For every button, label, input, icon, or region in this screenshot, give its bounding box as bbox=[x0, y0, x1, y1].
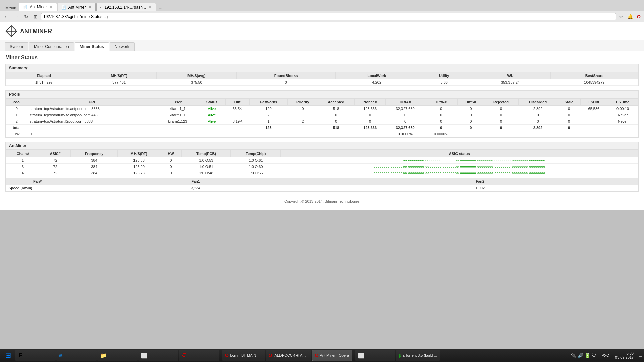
pool-diffs: 0 bbox=[458, 112, 484, 118]
tab-network[interactable]: Network bbox=[110, 42, 135, 51]
pool-stale: 0 bbox=[557, 125, 581, 131]
pool-user bbox=[157, 125, 198, 131]
pool-num: 0 bbox=[6, 106, 28, 112]
pool-url: stratum+tcp://stratum-ltc.antpool.com:88… bbox=[28, 106, 157, 112]
freq-val: 384 bbox=[71, 164, 118, 170]
wu-value: 353,387.24 bbox=[470, 79, 550, 86]
pool-lsdiff: 65,536 bbox=[580, 106, 607, 112]
col-pool: Pool bbox=[6, 99, 28, 106]
asic-status-val: oooooooo oooooooo oooooooo oooooooo oooo… bbox=[281, 164, 638, 170]
taskbar-item-opera1[interactable]: O login - BITMAIN - ... bbox=[222, 350, 265, 361]
taskbar-item-app2[interactable]: ⬜ bbox=[355, 350, 395, 361]
hw-val: 0 bbox=[160, 157, 182, 164]
pool-diffr: 0 bbox=[425, 106, 458, 112]
pool-stale: 0 bbox=[557, 112, 581, 118]
pool-user: kifarm1_1 bbox=[157, 112, 198, 118]
volume-icon: 🔊 bbox=[578, 353, 583, 358]
freq-val: 384 bbox=[71, 157, 118, 164]
pool-diff bbox=[225, 112, 249, 118]
pool-lstime: 0:00:10 bbox=[607, 106, 638, 112]
col-freq: Frequency bbox=[71, 150, 118, 157]
localwork-value: 4,202 bbox=[335, 79, 418, 86]
security-icon: 🛡 bbox=[592, 353, 596, 358]
pool-rejected: 0 bbox=[484, 106, 518, 112]
bestshare-value: 1045394279 bbox=[550, 79, 638, 86]
col-diffa: DiffA# bbox=[385, 99, 425, 106]
pool-lstime bbox=[607, 125, 638, 131]
summary-row: 1h31m29s 377.461 375.50 0 4,202 5.66 353… bbox=[6, 79, 638, 86]
col-mhsrt: MH/S(RT) bbox=[82, 72, 157, 79]
pool-discarded: 2,892 bbox=[519, 106, 557, 112]
asic-num: 72 bbox=[40, 157, 71, 164]
tab-close-btn[interactable]: ✕ bbox=[49, 5, 53, 9]
browser-tab-antminer2[interactable]: 📄 Ant Miner ✕ bbox=[58, 3, 96, 11]
network-icon: 🔌 bbox=[571, 353, 576, 358]
app2-icon: ⬜ bbox=[358, 352, 365, 359]
taskbar-item-ie[interactable]: e bbox=[56, 350, 97, 361]
pool-diff: 8.19K bbox=[225, 118, 249, 125]
pool-diffr: 0 bbox=[425, 112, 458, 118]
forward-button[interactable]: → bbox=[12, 13, 21, 20]
col-elapsed: Elapsed bbox=[6, 72, 82, 79]
pool-status: Alive bbox=[198, 106, 226, 112]
foundblocks-value: 0 bbox=[236, 79, 335, 86]
home-button[interactable]: ⊞ bbox=[32, 13, 40, 20]
address-bar[interactable]: 192.168.1.33/cgi-bin/minerStatus.cgi bbox=[41, 13, 616, 20]
asic-row-1: 1 72 384 125.83 0 1:0 O:53 1:0 O:61 oooo… bbox=[6, 157, 638, 164]
tab-close-btn[interactable]: ✕ bbox=[148, 5, 152, 9]
start-button[interactable]: ⊞ bbox=[1, 349, 15, 361]
show-desktop-icon[interactable]: ▭ bbox=[638, 353, 643, 358]
col-stale: Stale bbox=[557, 99, 581, 106]
taskbar-utorrent-label: μTorrent 3.5 (build ... bbox=[403, 353, 437, 357]
tab-system[interactable]: System bbox=[5, 42, 28, 51]
tab-miner-status[interactable]: Miner Status bbox=[75, 42, 109, 51]
site-logo: ANTMINER bbox=[5, 25, 52, 37]
taskbar-item-antivirus[interactable]: 🛡 bbox=[179, 350, 219, 361]
back-button[interactable]: ← bbox=[2, 13, 11, 20]
pool-discarded: 2,892 bbox=[519, 125, 557, 131]
menu-button[interactable]: Меню bbox=[3, 5, 18, 11]
address-text: 192.168.1.33/cgi-bin/minerStatus.cgi bbox=[43, 14, 614, 19]
col-diff: Diff bbox=[225, 99, 249, 106]
browser-tab-antminer1[interactable]: 📄 Ant Miner ✕ bbox=[19, 3, 57, 11]
ie-icon: e bbox=[59, 352, 62, 358]
pool-url: stratum+tcp://stratum-ltc.antpool.com:44… bbox=[28, 112, 157, 118]
hw-val: 0 bbox=[160, 170, 182, 176]
taskbar-item-explorer[interactable]: 🖥 bbox=[15, 350, 56, 361]
col-temp-pcb: Temp(PCB) bbox=[181, 150, 231, 157]
taskbar-item-opera2[interactable]: O [ALL/РОССИЯ] Ant... bbox=[266, 350, 311, 361]
temp-chip-val: 1:0 O:61 bbox=[231, 157, 281, 164]
col-wu: WU bbox=[470, 72, 550, 79]
taskbar-item-opera3[interactable]: O Ant Miner - Opera bbox=[312, 350, 352, 361]
mhs-val: 125.73 bbox=[117, 170, 160, 176]
browser-tab-dashboard[interactable]: ○ 192.168.1.1/RU/dash... ✕ bbox=[96, 3, 156, 11]
taskbar-item-folder[interactable]: 📁 bbox=[97, 350, 138, 361]
pool-discarded: 0 bbox=[519, 112, 557, 118]
pool-getworks: 2 bbox=[250, 112, 287, 118]
logo-text: ANTMINER bbox=[20, 28, 52, 35]
mhs-val: 125.83 bbox=[117, 157, 160, 164]
taskbar-item-utorrent[interactable]: μ μTorrent 3.5 (build ... bbox=[396, 350, 440, 361]
temp-pcb-val: 1:0 O:48 bbox=[181, 170, 231, 176]
refresh-button[interactable]: ↻ bbox=[22, 13, 30, 20]
pool-priority bbox=[287, 131, 318, 137]
pool-accepted: 518 bbox=[318, 125, 355, 131]
pool-diffr: 0.0000% bbox=[425, 131, 458, 137]
pool-nonce: 123,666 bbox=[355, 125, 385, 131]
pool-discarded: 0 bbox=[519, 118, 557, 125]
bookmark-button[interactable]: ☆ bbox=[618, 13, 625, 20]
app1-icon: ⬜ bbox=[141, 352, 148, 359]
pool-row-0: 0 stratum+tcp://stratum-ltc.antpool.com:… bbox=[6, 106, 638, 112]
tab-icon: 📄 bbox=[61, 5, 66, 10]
new-tab-button[interactable]: + bbox=[157, 5, 164, 11]
tab-close-btn[interactable]: ✕ bbox=[88, 5, 92, 9]
page-title: Miner Status bbox=[5, 55, 639, 61]
opera-button[interactable]: O bbox=[636, 13, 642, 20]
col-mhsavg: MH/S(avg) bbox=[157, 72, 236, 79]
nav-tabs: System Miner Configuration Miner Status … bbox=[0, 40, 644, 51]
taskbar-item-app1[interactable]: ⬜ bbox=[138, 350, 178, 361]
tab-miner-config[interactable]: Miner Configuration bbox=[29, 42, 74, 51]
notification-button[interactable]: 🔔 bbox=[626, 13, 634, 20]
language-indicator[interactable]: РУС bbox=[600, 353, 610, 357]
col-chain: Chain# bbox=[6, 150, 40, 157]
